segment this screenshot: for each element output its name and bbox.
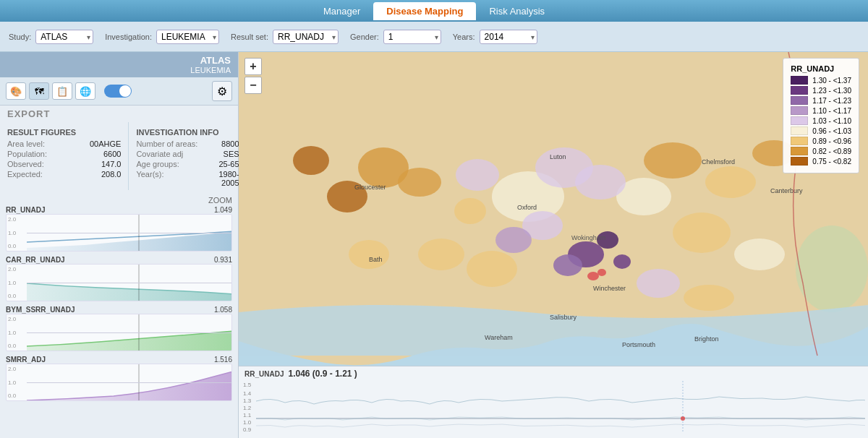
svg-text:Wokingham: Wokingham xyxy=(571,234,605,241)
svg-point-11 xyxy=(398,168,441,197)
map-button[interactable]: 🗺 xyxy=(29,82,49,100)
study-select[interactable]: ATLAS xyxy=(35,30,93,44)
svg-point-31 xyxy=(587,272,599,280)
svg-point-28 xyxy=(349,240,389,269)
gender-group: Gender: 1 xyxy=(350,30,441,44)
atlas-subtitle: LEUKEMIA xyxy=(7,66,231,74)
expected-key: Expected: xyxy=(7,170,87,179)
result-figures-grid: Area level: 00AHGE Population: 6600 Obse… xyxy=(7,139,121,179)
legend-item-1: 1.23 - <1.30 xyxy=(791,86,851,95)
map-area[interactable]: Oxford Gloucester Luton Chelmsford Cante… xyxy=(239,52,868,366)
chart-bym-label: BYM_SSRR_UNADJ xyxy=(6,306,75,314)
gender-label: Gender: xyxy=(350,33,379,41)
legend-color-6 xyxy=(791,137,808,145)
legend-item-4: 1.03 - <1.10 xyxy=(791,116,851,125)
svg-text:0.9: 0.9 xyxy=(243,426,252,433)
svg-text:Gloucester: Gloucester xyxy=(354,184,386,191)
legend-item-5: 0.96 - <1.03 xyxy=(791,126,851,135)
chart-car-label: CAR_RR_UNADJ xyxy=(6,256,65,264)
svg-point-25 xyxy=(575,165,626,199)
chart-rr-unadj-value: 1.049 xyxy=(214,206,232,214)
zoom-out-button[interactable]: − xyxy=(244,77,262,94)
legend-color-7 xyxy=(791,147,808,155)
chart-bym-value: 1.058 xyxy=(214,306,232,314)
bottom-chart-value: 1.046 (0.9 - 1.21 ) xyxy=(288,369,357,379)
result-set-label: Result set: xyxy=(231,33,268,41)
bottom-chart[interactable]: RR_UNADJ 1.046 (0.9 - 1.21 ) 1.5 1.4 1.3… xyxy=(239,366,868,438)
icon-toolbar: 🎨 🗺 📋 🌐 ⚙ xyxy=(0,77,238,106)
charts-area: ZOOM RR_UNADJ 1.049 2.01.00.0 xyxy=(0,193,238,438)
year-s-key: Year(s): xyxy=(136,170,216,187)
observed-val: 147.0 xyxy=(90,160,121,168)
svg-point-24 xyxy=(456,159,499,191)
bottom-chart-header: RR_UNADJ 1.046 (0.9 - 1.21 ) xyxy=(239,366,868,381)
legend-item-3: 1.10 - <1.17 xyxy=(791,106,851,115)
legend-label-3: 1.10 - <1.17 xyxy=(812,107,851,115)
chart-rr-unadj-inner xyxy=(27,215,231,251)
svg-text:Canterbury: Canterbury xyxy=(770,187,803,194)
svg-point-27 xyxy=(734,239,785,270)
svg-point-23 xyxy=(495,227,532,253)
palette-button[interactable]: 🎨 xyxy=(6,82,26,100)
result-set-group: Result set: RR_UNADJ xyxy=(231,30,339,44)
zoom-in-button[interactable]: + xyxy=(244,58,262,75)
age-groups-key: Age groups: xyxy=(136,160,216,168)
legend-label-4: 1.03 - <1.10 xyxy=(812,117,851,125)
result-figures-col: RESULT FIGURES Area level: 00AHGE Popula… xyxy=(0,122,128,190)
chart-smrr-container: 2.01.00.0 xyxy=(6,364,232,401)
main-area: ATLAS LEUKEMIA 🎨 🗺 📋 🌐 ⚙ EXPORT RESULT F… xyxy=(0,52,868,438)
globe-button[interactable]: 🌐 xyxy=(75,82,95,100)
years-select[interactable]: 2014 xyxy=(480,30,537,44)
tab-disease-mapping[interactable]: Disease Mapping xyxy=(373,2,476,20)
bottom-chart-label: RR_UNADJ xyxy=(244,370,284,378)
svg-text:Bath: Bath xyxy=(369,256,383,263)
svg-text:Luton: Luton xyxy=(550,153,566,160)
chart-rr-unadj-label: RR_UNADJ xyxy=(6,206,45,214)
svg-text:1.4: 1.4 xyxy=(243,390,252,397)
svg-point-30 xyxy=(684,285,734,311)
tab-risk-analysis[interactable]: Risk Analysis xyxy=(476,2,558,20)
legend-color-2 xyxy=(791,96,808,105)
legend-item-0: 1.30 - <1.37 xyxy=(791,76,851,85)
gear-button[interactable]: ⚙ xyxy=(212,81,232,101)
toolbar: Study: ATLAS Investigation: LEUKEMIA Res… xyxy=(0,22,868,52)
zoom-label: ZOOM xyxy=(6,196,232,205)
legend-item-2: 1.17 - <1.23 xyxy=(791,96,851,105)
table-button[interactable]: 📋 xyxy=(52,82,72,100)
num-areas-key: Number of areas: xyxy=(136,139,216,148)
chart-smrr-value: 1.516 xyxy=(214,356,232,364)
svg-text:Wareham: Wareham xyxy=(485,334,513,341)
left-panel: ATLAS LEUKEMIA 🎨 🗺 📋 🌐 ⚙ EXPORT RESULT F… xyxy=(0,52,239,438)
investigation-select[interactable]: LEUKEMIA xyxy=(156,30,219,44)
chart-bym-container: 2.01.00.0 xyxy=(6,314,232,351)
chart-car-value: 0.931 xyxy=(214,256,232,264)
atlas-title: ATLAS xyxy=(7,55,231,66)
investigation-label: Investigation: xyxy=(105,33,152,41)
gender-select[interactable]: 1 xyxy=(383,30,441,44)
top-navigation: Manager Disease Mapping Risk Analysis xyxy=(0,0,868,22)
covariate-val: SES xyxy=(218,150,239,158)
svg-point-14 xyxy=(644,142,702,179)
toggle-switch[interactable] xyxy=(104,85,132,98)
area-level-val: 00AHGE xyxy=(90,139,121,148)
chart-bym-inner xyxy=(27,314,231,351)
age-groups-val: 25-65 xyxy=(218,160,239,168)
svg-point-8 xyxy=(613,254,631,269)
legend-color-1 xyxy=(791,86,808,95)
svg-point-29 xyxy=(637,269,680,298)
chart-rr-unadj-container: 2.01.00.0 xyxy=(6,214,232,252)
map-legend: RR_UNADJ 1.30 - <1.37 1.23 - <1.30 1.17 … xyxy=(783,58,859,173)
svg-text:1.2: 1.2 xyxy=(243,405,252,411)
years-group: Years: 2014 xyxy=(453,30,537,44)
tab-manager[interactable]: Manager xyxy=(310,2,373,20)
map-zoom-controls: + − xyxy=(244,58,262,94)
svg-text:Salisbury: Salisbury xyxy=(550,314,577,321)
years-label: Years: xyxy=(453,33,475,41)
svg-point-19 xyxy=(467,251,517,287)
investigation-group: Investigation: LEUKEMIA xyxy=(105,30,219,44)
num-areas-val: 8800 xyxy=(218,139,239,148)
legend-color-0 xyxy=(791,76,808,85)
map-svg: Oxford Gloucester Luton Chelmsford Cante… xyxy=(239,52,868,366)
result-set-select[interactable]: RR_UNADJ xyxy=(273,30,339,44)
svg-text:Oxford: Oxford xyxy=(517,204,537,211)
